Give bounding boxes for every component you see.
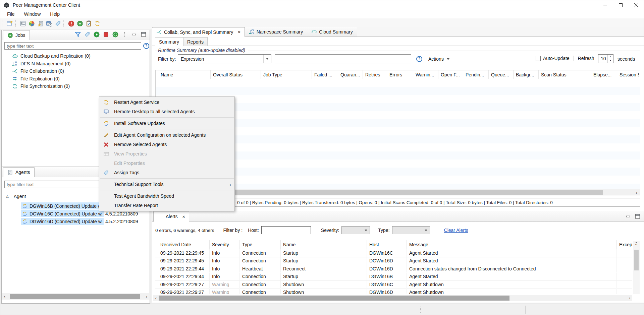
severity-select[interactable] <box>341 226 370 234</box>
close-tab-icon[interactable]: × <box>182 214 185 219</box>
filter-expression-input[interactable] <box>275 54 411 63</box>
menu-item-restart-agent-service[interactable]: Restart Agent Service <box>99 98 234 107</box>
agents-scroll-thumb[interactable] <box>10 294 140 299</box>
alerts-column-header-exceptio[interactable]: Exceptio <box>617 240 632 249</box>
column-header-retries[interactable]: Retries <box>363 70 387 79</box>
scroll-right-icon[interactable]: › <box>627 295 632 301</box>
close-tab-icon[interactable]: × <box>238 29 240 35</box>
jobs-maximize-button[interactable] <box>141 32 147 39</box>
column-header-open-f[interactable]: Open F... <box>438 70 463 79</box>
column-header-elapse[interactable]: Elapse... <box>591 70 617 79</box>
toolbar-agent-power-button[interactable] <box>36 19 45 28</box>
column-header-warnin[interactable]: Warnin... <box>413 70 438 79</box>
toolbar-schedule-button[interactable]: 12 <box>45 19 53 28</box>
column-header-overall-status[interactable]: Overall Status <box>211 70 261 79</box>
column-header-queue[interactable]: Queue... <box>489 70 514 79</box>
jobs-start-button[interactable] <box>94 32 100 39</box>
type-select[interactable] <box>392 226 430 234</box>
scroll-right-icon[interactable]: › <box>634 189 639 195</box>
alert-row[interactable]: 09-29-2021 22:29:45InfoConnectionStartup… <box>155 249 632 257</box>
spinner-up-icon[interactable]: ▲ <box>608 55 613 59</box>
minimize-window-button[interactable] <box>597 0 613 10</box>
menu-window[interactable]: Window <box>19 11 46 17</box>
minimize-panel-icon[interactable] <box>625 213 631 219</box>
subtab-reports[interactable]: Reports <box>183 37 208 46</box>
agent-row-dgwin16d[interactable]: DGWin16D (Connected) Update w/JRE4.5.2.2… <box>2 217 149 225</box>
scroll-right-icon[interactable]: › <box>144 293 149 300</box>
subtab-summary[interactable]: Summary <box>155 37 183 46</box>
menu-item-transfer-rate-report[interactable]: Transfer Rate Report <box>99 201 234 210</box>
jobs-tree-item-file-replication-0[interactable]: File Replication (0) <box>2 75 149 83</box>
menu-item-edit-agent-configuration-on-selected-agents[interactable]: Edit Agent Configuration on selected Age… <box>99 130 234 140</box>
alert-row[interactable]: 09-29-2021 22:29:44InfoHeartbeatReconnec… <box>155 265 632 273</box>
menu-item-technical-support-tools[interactable]: Technical Support Tools› <box>99 180 234 189</box>
close-window-button[interactable] <box>628 0 644 10</box>
jobs-filter-input[interactable] <box>4 42 141 50</box>
alerts-horizontal-scrollbar[interactable]: ‹ › <box>153 295 632 301</box>
toolbar-tags-button[interactable] <box>53 19 62 28</box>
column-header-failed[interactable]: Failed ... <box>312 70 338 79</box>
toolbar-preferences-button[interactable] <box>18 19 27 28</box>
toolbar-agent-button[interactable] <box>75 19 84 28</box>
menu-item-assign-tags[interactable]: Assign Tags <box>99 168 234 177</box>
alerts-vscroll-thumb[interactable] <box>634 250 639 270</box>
alerts-column-header-received-date[interactable]: Received Date <box>158 240 210 249</box>
toolbar-dashboard-button[interactable] <box>27 19 36 28</box>
menu-item-remote-desktop-to-all-selected-agents[interactable]: Remote Desktop to all selected Agents <box>99 107 234 116</box>
alerts-vertical-scrollbar[interactable]: ⌃ ⌄ <box>633 241 640 294</box>
tab-collab-sync-and-repl-summary[interactable]: Collab, Sync, and Repl Summary× <box>152 27 245 37</box>
alerts-column-header-type[interactable]: Type <box>240 240 281 249</box>
alert-row[interactable]: 09-29-2021 22:29:27WarningConnectionShut… <box>155 280 632 289</box>
host-filter-input[interactable] <box>261 226 311 234</box>
jobs-stop-button[interactable] <box>103 32 109 39</box>
column-header-session-stru[interactable]: Session Stru <box>617 70 639 79</box>
column-header-errors[interactable]: Errors <box>387 70 413 79</box>
spinner-arrows[interactable]: ▲▼ <box>607 55 613 63</box>
alerts-scroll-thumb[interactable] <box>159 296 509 301</box>
column-header-job-type[interactable]: Job Type <box>261 70 312 79</box>
column-header-backgr[interactable]: Backgr... <box>514 70 539 79</box>
jobs-filter-help-icon[interactable]: ? <box>143 43 149 49</box>
alerts-column-header-host[interactable]: Host <box>367 240 407 249</box>
menu-item-install-software-updates[interactable]: Install Software Updates <box>99 119 234 128</box>
alert-row[interactable]: 09-29-2021 22:29:45InfoConnectionStartup… <box>155 257 632 265</box>
toolbar-alerts-button[interactable] <box>67 19 75 28</box>
toolbar-new-job-button[interactable] <box>5 19 14 28</box>
jobs-view-menu-button[interactable] <box>122 32 128 39</box>
jobs-tags-button[interactable] <box>84 32 90 39</box>
auto-update-checkbox[interactable] <box>536 56 541 61</box>
filter-help-icon[interactable]: ? <box>416 56 422 62</box>
jobs-minimize-button[interactable] <box>131 32 137 39</box>
tab-cloud-summary[interactable]: Cloud Summary <box>307 27 357 37</box>
jobs-tree-item-file-collaboration-0[interactable]: File Collaboration (0) <box>2 67 149 75</box>
tab-namespace-summary[interactable]: Namespace Summary <box>245 27 308 37</box>
alert-row[interactable]: 09-29-2021 22:29:27WarningConnectionShut… <box>155 289 632 294</box>
menu-help[interactable]: Help <box>45 11 64 17</box>
scroll-down-icon[interactable]: ⌄ <box>634 241 639 246</box>
jobs-restart-agent-button[interactable] <box>112 32 118 39</box>
scroll-left-icon[interactable]: ‹ <box>2 293 7 300</box>
tab-alerts[interactable]: Alerts × <box>153 211 189 222</box>
spinner-down-icon[interactable]: ▼ <box>608 59 613 63</box>
agents-horizontal-scrollbar[interactable]: ‹ › <box>2 293 149 300</box>
clear-alerts-link[interactable]: Clear Alerts <box>444 228 468 233</box>
maximize-panel-icon[interactable] <box>635 213 641 219</box>
refresh-interval-spinner[interactable]: 10 ▲▼ <box>598 54 613 63</box>
column-header-scan-status[interactable]: Scan Status <box>539 70 591 79</box>
alert-row[interactable]: 09-29-2021 22:29:44InfoConnectionStartup… <box>155 273 632 281</box>
menu-file[interactable]: File <box>2 11 19 17</box>
menu-item-remove-selected-agents[interactable]: Remove Selected Agents <box>99 140 234 149</box>
alerts-column-header-message[interactable]: Message <box>407 240 617 249</box>
scroll-left-icon[interactable]: ‹ <box>153 295 159 301</box>
column-header-pendin[interactable]: Pendin... <box>463 70 489 79</box>
column-header-name[interactable]: Name <box>158 70 211 79</box>
alerts-column-header-severity[interactable]: Severity <box>210 240 240 249</box>
toolbar-restart-button[interactable] <box>93 19 102 28</box>
maximize-window-button[interactable] <box>613 0 628 10</box>
tab-agents[interactable]: Agents <box>3 167 35 177</box>
alerts-column-header-name[interactable]: Name <box>281 240 367 249</box>
toolbar-tasks-button[interactable] <box>84 19 93 28</box>
actions-dropdown[interactable]: Actions <box>428 56 449 62</box>
menu-item-test-agent-bandwidth-speed[interactable]: Test Agent Bandwidth Speed <box>99 191 234 201</box>
column-header-quaran[interactable]: Quaran... <box>338 70 363 79</box>
